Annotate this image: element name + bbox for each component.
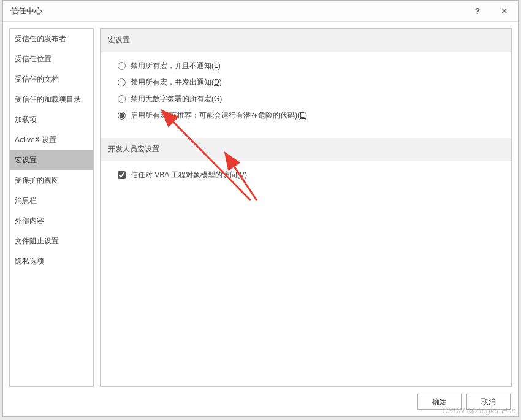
- sidebar-item-message-bar[interactable]: 消息栏: [10, 191, 93, 211]
- macro-settings-body: 禁用所有宏，并且不通知(L) 禁用所有宏，并发出通知(D) 禁用无数字签署的所有…: [101, 52, 511, 138]
- dialog-footer: 确定 取消: [3, 387, 518, 416]
- dialog-body: 受信任的发布者 受信任位置 受信任的文档 受信任的加载项目录 加载项 Activ…: [3, 22, 518, 387]
- sidebar-item-trusted-locations[interactable]: 受信任位置: [10, 49, 93, 69]
- ok-button[interactable]: 确定: [417, 394, 462, 410]
- content-panel: 宏设置 禁用所有宏，并且不通知(L) 禁用所有宏，并发出通知(D) 禁用无数字签…: [100, 28, 512, 387]
- radio-input[interactable]: [118, 95, 126, 103]
- sidebar-item-privacy-options[interactable]: 隐私选项: [10, 251, 93, 272]
- help-button[interactable]: ?: [464, 1, 491, 21]
- developer-settings-header: 开发人员宏设置: [101, 138, 511, 161]
- checkbox-trust-vba-access[interactable]: 信任对 VBA 工程对象模型的访问(V): [118, 170, 500, 180]
- sidebar-item-protected-view[interactable]: 受保护的视图: [10, 170, 93, 191]
- radio-input[interactable]: [118, 112, 126, 120]
- radio-input[interactable]: [118, 62, 126, 70]
- checkbox-input[interactable]: [118, 171, 126, 179]
- sidebar-item-external-content[interactable]: 外部内容: [10, 211, 93, 231]
- radio-disable-unsigned[interactable]: 禁用无数字签署的所有宏(G): [118, 94, 500, 104]
- titlebar-controls: ? ✕: [464, 1, 518, 21]
- radio-label: 禁用所有宏，并且不通知(L): [131, 61, 221, 71]
- sidebar-item-trusted-addin-catalogs[interactable]: 受信任的加载项目录: [10, 90, 93, 110]
- macro-settings-header: 宏设置: [101, 29, 511, 52]
- sidebar-item-trusted-documents[interactable]: 受信任的文档: [10, 69, 93, 90]
- radio-label: 禁用无数字签署的所有宏(G): [131, 94, 222, 104]
- dialog-title: 信任中心: [10, 6, 464, 17]
- radio-disable-with-notify[interactable]: 禁用所有宏，并发出通知(D): [118, 77, 500, 88]
- radio-enable-all[interactable]: 启用所有宏(不推荐；可能会运行有潜在危险的代码)(E): [118, 110, 500, 121]
- sidebar-item-addins[interactable]: 加载项: [10, 110, 93, 130]
- sidebar: 受信任的发布者 受信任位置 受信任的文档 受信任的加载项目录 加载项 Activ…: [9, 28, 94, 387]
- close-button[interactable]: ✕: [491, 1, 518, 21]
- sidebar-item-file-block-settings[interactable]: 文件阻止设置: [10, 231, 93, 251]
- checkbox-label: 信任对 VBA 工程对象模型的访问(V): [131, 170, 247, 180]
- titlebar: 信任中心 ? ✕: [3, 1, 518, 22]
- radio-label: 启用所有宏(不推荐；可能会运行有潜在危险的代码)(E): [131, 110, 307, 121]
- radio-disable-no-notify[interactable]: 禁用所有宏，并且不通知(L): [118, 61, 500, 71]
- sidebar-item-macro-settings[interactable]: 宏设置: [10, 150, 93, 170]
- sidebar-item-trusted-publishers[interactable]: 受信任的发布者: [10, 29, 93, 49]
- sidebar-item-activex-settings[interactable]: ActiveX 设置: [10, 130, 93, 150]
- radio-label: 禁用所有宏，并发出通知(D): [131, 77, 222, 88]
- radio-input[interactable]: [118, 78, 126, 86]
- cancel-button[interactable]: 取消: [466, 394, 511, 410]
- trust-center-dialog: 信任中心 ? ✕ 受信任的发布者 受信任位置 受信任的文档 受信任的加载项目录 …: [2, 0, 519, 417]
- developer-settings-body: 信任对 VBA 工程对象模型的访问(V): [101, 161, 511, 191]
